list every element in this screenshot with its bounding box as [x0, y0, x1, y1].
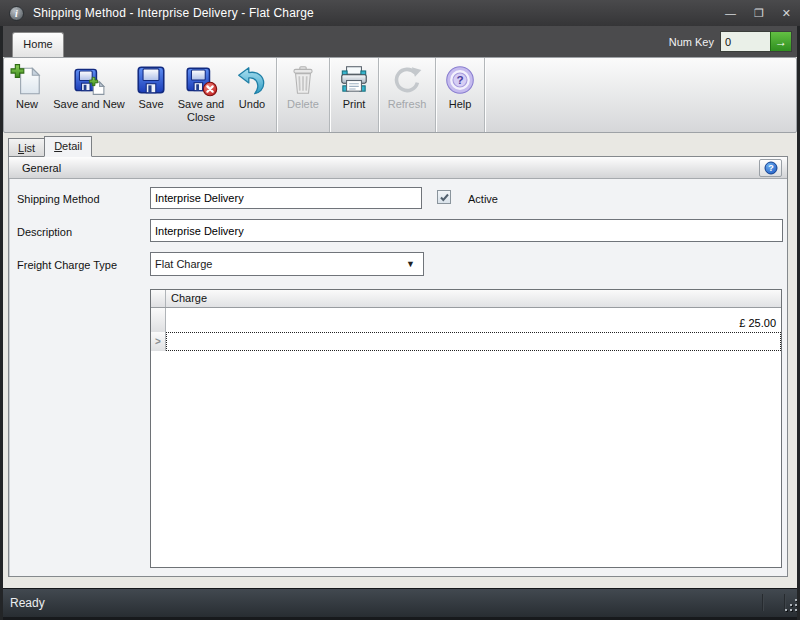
active-row-marker-icon: >	[155, 336, 161, 347]
status-bar: Ready	[0, 588, 800, 620]
toolbar-button-label: Delete	[287, 98, 319, 111]
toolbar-group-delete: Delete	[277, 58, 330, 132]
toolbar-button-label: Print	[343, 98, 366, 111]
toolbar-button-label: Save and New	[53, 98, 125, 111]
status-text: Ready	[10, 596, 45, 610]
check-icon	[439, 192, 450, 203]
grid-empty-area	[151, 351, 781, 567]
application-window: i Shipping Method - Interprise Delivery …	[0, 0, 800, 620]
tab-list[interactable]: List	[8, 138, 45, 157]
freight-charge-type-dropdown[interactable]: Flat Charge ▼	[150, 252, 424, 276]
minimize-icon[interactable]: —	[725, 8, 736, 19]
shipping-method-value: Interprise Delivery	[155, 192, 244, 204]
active-checkbox[interactable]	[437, 190, 451, 204]
description-value: Interprise Delivery	[155, 225, 244, 237]
shipping-method-label: Shipping Method	[17, 193, 100, 205]
question-mark-icon: ?	[764, 161, 778, 175]
window-info-icon: i	[9, 6, 24, 21]
toolbar-button-label: Help	[449, 98, 472, 111]
window-title: Shipping Method - Interprise Delivery - …	[33, 6, 314, 20]
close-icon[interactable]: ✕	[782, 8, 791, 19]
help-button[interactable]: ? Help	[438, 61, 482, 111]
chevron-down-icon: ▼	[406, 259, 419, 269]
help-icon: ?	[443, 63, 477, 97]
save-icon	[134, 63, 168, 97]
row-selector[interactable]	[151, 308, 166, 332]
view-tab-strip: List Detail	[8, 136, 91, 157]
charge-cell[interactable]: £ 25.00	[166, 308, 781, 332]
freight-charge-type-label: Freight Charge Type	[17, 259, 117, 271]
table-row[interactable]: £ 25.00	[151, 308, 781, 332]
num-key-input[interactable]: 0 →	[720, 31, 792, 52]
print-icon	[337, 63, 371, 97]
print-button[interactable]: Print	[332, 61, 376, 111]
ribbon-tab-row: Home Num Key 0 →	[0, 26, 800, 57]
save-and-close-icon	[184, 63, 218, 97]
num-key-go-button[interactable]: →	[770, 32, 791, 51]
maximize-icon[interactable]: ❐	[754, 8, 764, 19]
tab-detail-rest: etail	[62, 140, 82, 152]
section-title: General	[22, 162, 61, 174]
toolbar-button-label: Save and Close	[175, 98, 227, 124]
section-help-button[interactable]: ?	[759, 159, 782, 177]
shipping-method-input[interactable]: Interprise Delivery	[150, 187, 422, 209]
grid-header-selector	[151, 290, 166, 307]
charge-grid: Charge £ 25.00 >	[150, 289, 782, 568]
active-row-selector[interactable]: >	[151, 332, 166, 351]
new-icon	[10, 63, 44, 97]
save-and-new-button[interactable]: Save and New	[48, 61, 130, 111]
description-input[interactable]: Interprise Delivery	[150, 219, 783, 242]
detail-panel: General ? Shipping Method Interprise Del…	[8, 156, 788, 577]
toolbar-button-label: New	[16, 98, 38, 111]
toolbar-group-refresh: Refresh	[379, 58, 436, 132]
toolbar-group-help: ? Help	[436, 58, 485, 132]
grid-header-row: Charge	[151, 290, 781, 308]
window-left-edge	[0, 26, 3, 620]
tab-home[interactable]: Home	[12, 32, 64, 57]
grid-column-charge[interactable]: Charge	[166, 290, 781, 307]
arrow-right-icon: →	[775, 35, 787, 49]
window-controls: — ❐ ✕	[725, 8, 791, 19]
title-bar: i Shipping Method - Interprise Delivery …	[0, 0, 800, 26]
save-and-new-icon	[72, 63, 106, 97]
resize-grip-icon[interactable]	[785, 599, 797, 611]
delete-icon	[286, 63, 320, 97]
tab-list-rest: ist	[24, 142, 35, 154]
undo-button[interactable]: Undo	[230, 61, 274, 111]
tab-detail-accel: D	[54, 140, 62, 152]
save-and-close-button[interactable]: Save and Close	[172, 61, 230, 124]
active-label: Active	[468, 193, 498, 205]
num-key-area: Num Key 0 →	[669, 31, 792, 52]
svg-text:?: ?	[456, 73, 463, 86]
toolbar-group-file: New Save and New	[4, 58, 277, 132]
svg-text:?: ?	[768, 163, 774, 173]
save-button[interactable]: Save	[130, 61, 172, 111]
freight-charge-type-value: Flat Charge	[155, 258, 212, 270]
grid-new-row[interactable]: >	[151, 332, 781, 351]
toolbar-button-label: Save	[138, 98, 163, 111]
status-bar-separator	[762, 594, 764, 611]
toolbar-button-label: Refresh	[388, 98, 427, 111]
num-key-label: Num Key	[669, 36, 714, 48]
active-charge-cell[interactable]	[166, 332, 781, 351]
general-section-header: General ?	[9, 157, 787, 179]
toolbar-button-label: Undo	[239, 98, 265, 111]
refresh-button: Refresh	[381, 61, 433, 111]
description-label: Description	[17, 226, 72, 238]
undo-icon	[235, 63, 269, 97]
ribbon-toolbar: New Save and New	[3, 57, 797, 133]
tab-detail[interactable]: Detail	[44, 136, 92, 157]
toolbar-group-print: Print	[330, 58, 379, 132]
new-button[interactable]: New	[6, 61, 48, 111]
delete-button: Delete	[279, 61, 327, 111]
refresh-icon	[390, 63, 424, 97]
num-key-value: 0	[721, 36, 770, 48]
workspace: List Detail General ? Shipping Method In…	[3, 133, 797, 588]
